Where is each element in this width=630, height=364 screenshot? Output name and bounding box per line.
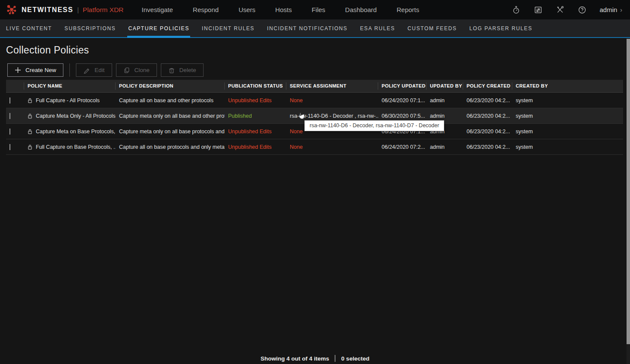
plus-icon (15, 67, 21, 73)
clone-icon (123, 67, 130, 74)
tab-log-parser-rules[interactable]: LOG PARSER RULES (469, 19, 532, 37)
nav-respond[interactable]: Respond (193, 6, 219, 13)
publication-status: Unpublished Edits (225, 144, 286, 150)
brand[interactable]: NETWITNESS | Platform XDR (6, 4, 124, 16)
toolbar-divider (69, 63, 70, 77)
clone-button[interactable]: Clone (116, 63, 157, 77)
policy-created: 06/23/2020 04:2... (463, 113, 512, 119)
header-checkbox-column (6, 82, 24, 90)
tab-capture-policies[interactable]: CAPTURE POLICIES (128, 19, 189, 37)
edit-label: Edit (94, 67, 104, 73)
publication-status: Unpublished Edits (225, 97, 286, 104)
policy-description: Capture meta only on all base protocols … (116, 129, 225, 135)
row-checkbox[interactable] (9, 113, 10, 119)
lock-icon (28, 144, 32, 150)
showing-count: Showing 4 out of 4 items (260, 355, 329, 362)
header-policy-created[interactable]: POLICY CREATED (463, 82, 512, 90)
tab-incident-notifications[interactable]: INCIDENT NOTIFICATIONS (267, 19, 348, 37)
brand-product: Platform XDR (83, 6, 124, 14)
user-menu[interactable]: admin › (599, 6, 622, 13)
header-updated-by[interactable]: UPDATED BY (426, 82, 463, 90)
edit-button[interactable]: Edit (76, 63, 112, 77)
create-new-label: Create New (25, 67, 56, 73)
table-row[interactable]: Full Capture on Base Protocols, ... Capt… (6, 139, 623, 155)
row-checkbox[interactable] (9, 129, 10, 135)
tab-subscriptions[interactable]: SUBSCRIPTIONS (65, 19, 116, 37)
header-service-assignment[interactable]: SERVICE ASSIGNMENT (286, 82, 378, 90)
preferences-panel-icon[interactable] (533, 5, 543, 15)
updated-by: admin (426, 97, 463, 104)
clone-label: Clone (135, 67, 150, 73)
policy-updated: 06/24/2020 07:2... (378, 144, 426, 150)
service-assignment: None (286, 144, 378, 150)
table-header: POLICY NAME POLICY DESCRIPTION PUBLICATI… (6, 80, 623, 93)
policy-description: Capture all on base and other protocols (116, 97, 225, 104)
nav-hosts[interactable]: Hosts (275, 6, 291, 13)
toolbar: Create New Edit Clone Delete (7, 63, 624, 77)
row-checkbox[interactable] (9, 97, 10, 104)
top-right-actions: admin › (511, 5, 622, 15)
created-by: system (512, 144, 623, 150)
timer-icon[interactable] (511, 5, 521, 15)
tab-live-content[interactable]: LIVE CONTENT (6, 19, 52, 37)
publication-status: Published (225, 113, 286, 119)
row-checkbox[interactable] (9, 144, 10, 150)
selected-count: 0 selected (341, 355, 369, 362)
header-created-by[interactable]: CREATED BY (512, 82, 623, 90)
nav-users[interactable]: Users (238, 6, 255, 13)
policy-created: 06/23/2020 04:2... (463, 129, 512, 135)
header-policy-name[interactable]: POLICY NAME (24, 82, 116, 90)
updated-by: admin (426, 144, 463, 150)
service-assignment-tooltip: rsa-nw-1140-D6 - Decoder, rsa-nw-1140-D7… (304, 120, 444, 131)
user-name: admin (599, 6, 617, 13)
tab-esa-rules[interactable]: ESA RULES (360, 19, 395, 37)
policy-name: Capture Meta on Base Protocols, ... (36, 129, 116, 135)
policy-description: Capture all on base protocols and only m… (116, 144, 225, 150)
service-assignment: None (286, 97, 378, 104)
scrollbar-track[interactable] (627, 39, 630, 364)
nav-investigate[interactable]: Investigate (142, 6, 173, 13)
tab-custom-feeds[interactable]: CUSTOM FEEDS (407, 19, 457, 37)
table-row[interactable]: Full Capture - All Protocols Capture all… (6, 93, 623, 108)
delete-label: Delete (179, 67, 196, 73)
policy-name: Capture Meta Only - All Protocols (36, 113, 116, 119)
tab-incident-rules[interactable]: INCIDENT RULES (202, 19, 254, 37)
lock-icon (28, 113, 32, 119)
policy-created: 06/23/2020 04:2... (463, 97, 512, 104)
primary-nav: Investigate Respond Users Hosts Files Da… (142, 6, 420, 13)
publication-status: Unpublished Edits (225, 129, 286, 135)
help-icon[interactable] (577, 5, 587, 15)
secondary-tabbar: LIVE CONTENT SUBSCRIPTIONS CAPTURE POLIC… (0, 19, 630, 38)
updated-by: admin (426, 113, 463, 119)
create-new-button[interactable]: Create New (7, 63, 63, 77)
nav-dashboard[interactable]: Dashboard (345, 6, 376, 13)
policy-updated: 06/24/2020 07:1... (378, 97, 426, 104)
trash-icon (168, 67, 175, 74)
scrollbar-thumb[interactable] (627, 39, 630, 344)
nav-files[interactable]: Files (312, 6, 326, 13)
service-assignment[interactable]: rsa-nw-1140-D6 - Decoder , rsa-nw-... (286, 113, 378, 119)
policy-name: Full Capture on Base Protocols, ... (36, 144, 116, 150)
netwitness-logo-icon (6, 4, 18, 16)
lock-icon (28, 98, 32, 103)
nav-reports[interactable]: Reports (397, 6, 420, 13)
pencil-icon (83, 67, 90, 74)
created-by: system (512, 129, 623, 135)
created-by: system (512, 97, 623, 104)
chevron-right-icon: › (620, 6, 622, 13)
admin-tools-icon[interactable] (555, 5, 565, 15)
lock-icon (28, 129, 32, 134)
policy-created: 06/23/2020 04:2... (463, 144, 512, 150)
brand-separator: | (77, 6, 79, 13)
table-footer: Showing 4 out of 4 items 0 selected (0, 355, 630, 362)
footer-divider (335, 355, 335, 362)
policy-name: Full Capture - All Protocols (36, 97, 100, 104)
page-title: Collection Policies (6, 44, 630, 56)
top-navbar: NETWITNESS | Platform XDR Investigate Re… (0, 0, 630, 19)
header-policy-description[interactable]: POLICY DESCRIPTION (116, 82, 225, 90)
policy-updated: 06/30/2020 07:5... (378, 113, 426, 119)
delete-button[interactable]: Delete (161, 63, 204, 77)
header-publication-status[interactable]: PUBLICATION STATUS (225, 82, 286, 90)
header-policy-updated[interactable]: POLICY UPDATED (378, 82, 426, 90)
created-by: system (512, 113, 623, 119)
